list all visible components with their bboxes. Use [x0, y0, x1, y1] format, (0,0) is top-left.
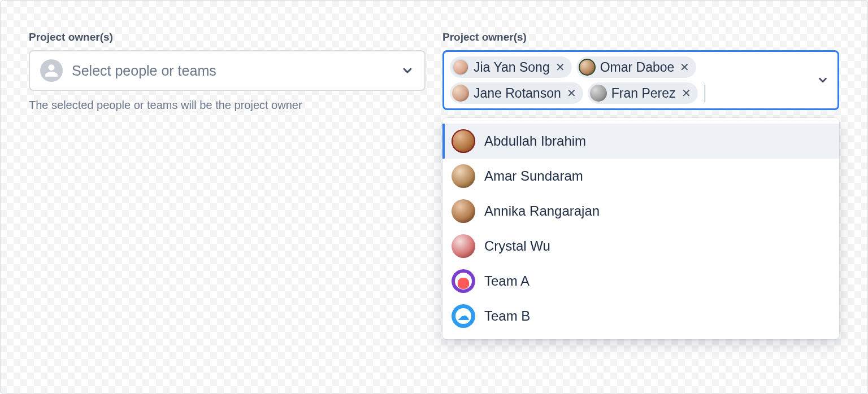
remove-chip-icon[interactable]: ✕ — [679, 62, 691, 73]
option-item[interactable]: Annika Rangarajan — [442, 194, 839, 229]
option-label: Team A — [484, 273, 530, 289]
option-item[interactable]: Team B — [442, 299, 839, 334]
canvas: Project owner(s) Select people or teams … — [0, 0, 868, 394]
avatar — [452, 199, 475, 223]
option-item[interactable]: Amar Sundaram — [442, 159, 839, 194]
person-icon — [44, 63, 59, 78]
avatar — [452, 129, 475, 153]
remove-chip-icon[interactable]: ✕ — [680, 87, 692, 99]
options-dropdown: Abdullah Ibrahim Amar Sundaram Annika Ra… — [442, 118, 839, 339]
avatar — [452, 234, 475, 258]
selected-chip[interactable]: Fran Perez ✕ — [588, 82, 698, 104]
remove-chip-icon[interactable]: ✕ — [554, 62, 566, 73]
people-select-empty[interactable]: Select people or teams — [29, 50, 426, 91]
chip-label: Jia Yan Song — [474, 61, 550, 74]
text-cursor — [705, 85, 705, 102]
option-label: Annika Rangarajan — [484, 203, 600, 219]
helper-text: The selected people or teams will be the… — [29, 99, 426, 112]
avatar — [452, 85, 469, 102]
selected-chip[interactable]: Omar Daboe ✕ — [576, 56, 697, 78]
option-label: Team B — [484, 308, 530, 324]
option-item[interactable]: Crystal Wu — [442, 229, 839, 264]
selected-chip[interactable]: Jane Rotanson ✕ — [450, 82, 583, 104]
option-label: Amar Sundaram — [484, 168, 583, 184]
team-avatar-icon — [452, 304, 475, 328]
people-select-filled[interactable]: Jia Yan Song ✕ Omar Daboe ✕ Jane Rotanso… — [442, 50, 839, 110]
placeholder-text: Select people or teams — [72, 63, 392, 79]
avatar — [590, 85, 607, 102]
chip-label: Omar Daboe — [600, 61, 675, 74]
chip-label: Jane Rotanson — [474, 87, 561, 100]
left-column: Project owner(s) Select people or teams … — [29, 31, 426, 112]
avatar — [452, 164, 475, 188]
selected-chip[interactable]: Jia Yan Song ✕ — [450, 56, 572, 78]
team-avatar-icon — [452, 269, 475, 293]
chevron-down-icon[interactable] — [816, 73, 830, 87]
avatar — [452, 59, 469, 76]
person-placeholder-icon — [40, 59, 63, 82]
remove-chip-icon[interactable]: ✕ — [566, 87, 578, 99]
option-label: Abdullah Ibrahim — [484, 133, 586, 149]
option-item[interactable]: Team A — [442, 264, 839, 299]
chip-label: Fran Perez — [611, 87, 676, 100]
columns: Project owner(s) Select people or teams … — [29, 31, 839, 339]
avatar — [579, 59, 596, 76]
field-label-left: Project owner(s) — [29, 31, 426, 43]
chevron-down-icon — [401, 64, 414, 77]
option-item[interactable]: Abdullah Ibrahim — [442, 124, 839, 159]
right-column: Project owner(s) Jia Yan Song ✕ Omar Dab… — [442, 31, 839, 339]
option-label: Crystal Wu — [484, 238, 550, 254]
field-label-right: Project owner(s) — [442, 31, 839, 43]
